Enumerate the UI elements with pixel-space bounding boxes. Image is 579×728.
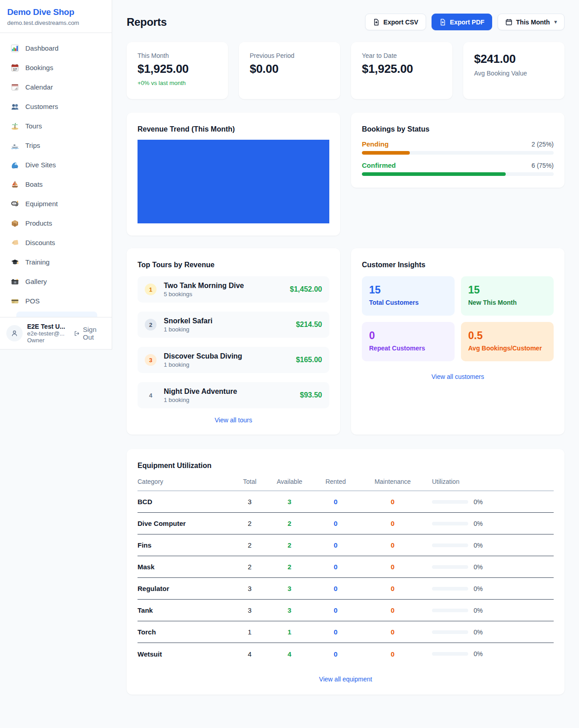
sidebar-item-equipment[interactable]: Equipment bbox=[4, 194, 108, 213]
table-row: Torch 1 1 0 0 0% bbox=[138, 621, 554, 643]
sidebar-item-label: Discounts bbox=[25, 239, 55, 246]
status-label: Confirmed bbox=[362, 161, 396, 169]
rank-badge: 2 bbox=[145, 319, 157, 331]
cell-available: 1 bbox=[271, 628, 308, 636]
insight-value: 15 bbox=[369, 284, 447, 296]
sidebar-item-training[interactable]: Training bbox=[4, 252, 108, 272]
utilization-percent: 0% bbox=[474, 520, 483, 527]
utilization-percent: 0% bbox=[474, 650, 483, 657]
kpi-value: $0.00 bbox=[250, 62, 329, 76]
sidebar-item-label: Equipment bbox=[25, 200, 58, 208]
status-count: 6 (75%) bbox=[532, 162, 554, 169]
sidebar-item-dive-sites[interactable]: Dive Sites bbox=[4, 155, 108, 175]
cell-utilization: 0% bbox=[422, 563, 554, 571]
cell-total: 3 bbox=[228, 606, 271, 614]
cell-utilization: 0% bbox=[422, 650, 554, 657]
sidebar-item-label: Bookings bbox=[25, 64, 53, 71]
view-all-tours-link[interactable]: View all tours bbox=[138, 416, 329, 424]
cell-utilization: 0% bbox=[422, 542, 554, 549]
cell-rented: 0 bbox=[308, 650, 364, 658]
column-header: Utilization bbox=[422, 478, 554, 485]
insight-label: Total Customers bbox=[369, 299, 447, 306]
top-tours-card: Top Tours by Revenue 1 Two Tank Morning … bbox=[127, 248, 340, 435]
cell-available: 2 bbox=[271, 520, 308, 527]
sidebar-item-calendar[interactable]: Calendar bbox=[4, 77, 108, 97]
cell-rented: 0 bbox=[308, 498, 364, 506]
boats-icon bbox=[11, 180, 19, 189]
cell-total: 2 bbox=[228, 541, 271, 549]
logout-icon bbox=[74, 330, 80, 337]
sidebar-item-discounts[interactable]: Discounts bbox=[4, 233, 108, 252]
sidebar-item-pos[interactable]: POS bbox=[4, 291, 108, 311]
sidebar-item-boats[interactable]: Boats bbox=[4, 175, 108, 194]
cell-maintenance: 0 bbox=[364, 606, 422, 614]
status-count: 2 (25%) bbox=[532, 141, 554, 148]
user-footer: E2E Test U... e2e-tester@... Owner Sign … bbox=[0, 317, 112, 349]
utilization-bar bbox=[432, 500, 468, 504]
sidebar-item-dashboard[interactable]: Dashboard bbox=[4, 38, 108, 58]
export-csv-button[interactable]: Export CSV bbox=[365, 14, 426, 30]
bookings-by-status-card: Bookings by Status Pending 2 (25%) Confi… bbox=[351, 113, 565, 188]
sidebar-item-bookings[interactable]: 17 Bookings bbox=[4, 58, 108, 77]
status-bar-fill bbox=[362, 172, 506, 176]
sidebar-item-trips[interactable]: Trips bbox=[4, 136, 108, 155]
cell-rented: 0 bbox=[308, 563, 364, 571]
kpi-label: Year to Date bbox=[362, 52, 441, 59]
view-all-customers-link[interactable]: View all customers bbox=[362, 373, 554, 380]
sidebar-item-reports-active-clipped[interactable] bbox=[16, 312, 97, 317]
tour-bookings: 1 booking bbox=[164, 326, 213, 333]
utilization-bar bbox=[432, 587, 468, 591]
cell-maintenance: 0 bbox=[364, 585, 422, 592]
equipment-utilization-title: Equipment Utilization bbox=[138, 462, 554, 470]
tour-bookings: 1 booking bbox=[164, 361, 242, 368]
kpi-label: Avg Booking Value bbox=[474, 70, 554, 77]
sidebar-item-products[interactable]: Products bbox=[4, 213, 108, 233]
insight-value: 0.5 bbox=[468, 330, 546, 342]
sidebar-item-label: Products bbox=[25, 219, 52, 227]
list-item[interactable]: 1 Two Tank Morning Dive5 bookings $1,452… bbox=[138, 276, 329, 303]
kpi-label: This Month bbox=[138, 52, 217, 59]
list-item[interactable]: 2 Snorkel Safari1 booking $214.50 bbox=[138, 312, 329, 338]
cell-total: 3 bbox=[228, 585, 271, 592]
status-bar-fill bbox=[362, 151, 410, 155]
sidebar-item-label: Dive Sites bbox=[25, 161, 56, 169]
rank-badge: 3 bbox=[145, 354, 157, 366]
sidebar-item-tours[interactable]: Tours bbox=[4, 116, 108, 136]
cell-maintenance: 0 bbox=[364, 498, 422, 506]
rank-badge: 4 bbox=[145, 389, 157, 401]
list-item[interactable]: 3 Discover Scuba Diving1 booking $165.00 bbox=[138, 347, 329, 373]
calendar-outline-icon bbox=[505, 19, 513, 26]
tour-name: Snorkel Safari bbox=[164, 317, 213, 325]
brand-block: Demo Dive Shop demo.test.divestreams.com bbox=[0, 0, 112, 33]
training-icon bbox=[11, 258, 19, 266]
tour-amount: $165.00 bbox=[296, 356, 322, 364]
sidebar-item-label: Calendar bbox=[25, 83, 53, 91]
sidebar-item-gallery[interactable]: Gallery bbox=[4, 272, 108, 291]
cell-rented: 0 bbox=[308, 628, 364, 636]
insight-tile-total-customers: 15 Total Customers bbox=[362, 276, 455, 316]
insight-label: Repeat Customers bbox=[369, 345, 447, 352]
table-row: Tank 3 3 0 0 0% bbox=[138, 600, 554, 621]
export-pdf-button[interactable]: Export PDF bbox=[432, 14, 492, 30]
status-bar-track bbox=[362, 172, 554, 176]
utilization-percent: 0% bbox=[474, 629, 483, 636]
cell-utilization: 0% bbox=[422, 629, 554, 636]
period-dropdown[interactable]: This Month ▾ bbox=[498, 14, 565, 30]
cell-category: Regulator bbox=[138, 585, 228, 592]
view-all-equipment-link[interactable]: View all equipment bbox=[138, 676, 554, 683]
tour-amount: $1,452.00 bbox=[290, 285, 322, 293]
person-icon bbox=[11, 330, 18, 337]
kpi-card-previous-period: Previous Period $0.00 bbox=[239, 42, 340, 99]
calendar-icon bbox=[11, 83, 19, 91]
export-pdf-label: Export PDF bbox=[450, 19, 484, 26]
status-row-pending: Pending 2 (25%) bbox=[362, 140, 554, 155]
list-item[interactable]: 4 Night Dive Adventure1 booking $93.50 bbox=[138, 382, 329, 408]
table-row: Fins 2 2 0 0 0% bbox=[138, 534, 554, 556]
sign-out-button[interactable]: Sign Out bbox=[74, 326, 105, 341]
chevron-down-icon: ▾ bbox=[554, 19, 557, 25]
sidebar-item-customers[interactable]: Customers bbox=[4, 97, 108, 116]
sidebar-item-label: Customers bbox=[25, 103, 58, 110]
utilization-percent: 0% bbox=[474, 498, 483, 506]
customers-icon bbox=[11, 103, 19, 111]
column-header: Available bbox=[271, 478, 308, 485]
